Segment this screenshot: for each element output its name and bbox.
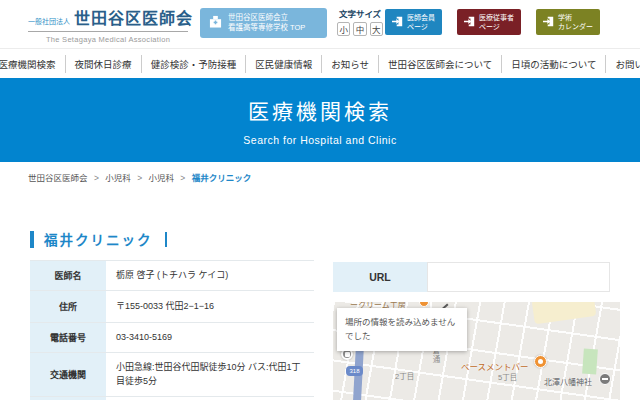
org-type-label: 一般社団法人 <box>28 16 70 26</box>
table-row: 医師名 栃原 啓子 (トチハラ ケイコ) <box>30 261 314 291</box>
breadcrumb-current: 福井クリニック <box>192 173 252 183</box>
page: 一般社団法人 世田谷区医師会 The Setagaya Medical Asso… <box>0 0 640 400</box>
address-label: 住所 <box>30 291 106 322</box>
table-row: 電話番号 03-3410-5169 <box>30 323 314 353</box>
breadcrumb-subcategory[interactable]: 小児科 <box>148 173 174 183</box>
breadcrumb-category[interactable]: 小児科 <box>105 173 131 183</box>
page-title: 医療機関検索 <box>0 95 640 125</box>
font-size-medium-button[interactable]: 中 <box>353 22 366 36</box>
map-area-yellow <box>532 302 597 324</box>
breadcrumb-separator: > <box>94 173 99 183</box>
worker-button-line1: 医療従事者 <box>479 14 514 21</box>
shrine-poi-icon[interactable] <box>599 373 611 385</box>
hero-banner: 医療機関検索 Search for Hospital and Clinic <box>0 78 640 162</box>
calendar-button-line2: カレンダー <box>558 23 593 30</box>
nav-item-citizen-health[interactable]: 区民健康情報 <box>245 55 321 73</box>
nav-item-night-holiday[interactable]: 夜間休日診療 <box>65 55 141 73</box>
table-row: 住所 〒155-0033 代田2−1−16 <box>30 291 314 323</box>
access-label: 交通機関 <box>30 353 106 396</box>
page-subtitle: Search for Hospital and Clinic <box>0 134 640 146</box>
login-door-icon <box>392 13 403 31</box>
map-park-green <box>582 349 598 375</box>
breadcrumb-separator: > <box>180 173 185 183</box>
medical-worker-page-button[interactable]: 医療従事者 ページ <box>457 9 521 35</box>
address-value: 〒155-0033 代田2−1−16 <box>106 291 314 322</box>
route-number-shield: 318 <box>346 366 363 376</box>
quick-links: 医師会員 ページ 医療従事者 ページ 学術 カレンダー <box>385 9 600 35</box>
nav-item-checkup[interactable]: 健診検診・予防接種 <box>141 55 246 73</box>
school-button-line1: 世田谷区医師会立 <box>228 13 288 22</box>
clinic-name: 福井クリニック <box>44 229 153 249</box>
map-poi-basement-bar-label: ベースメントバー <box>461 360 529 372</box>
bar-poi-icon[interactable] <box>534 355 547 368</box>
map-error-popup: 場所の情報を読み込めませんでした <box>337 308 467 351</box>
heading-accent-bar <box>30 231 34 248</box>
login-door-icon <box>543 13 554 31</box>
org-name-english: The Setagaya Medical Association <box>28 32 188 44</box>
breadcrumb: 世田谷区医師会 > 小児科 > 小児科 > 福井クリニック <box>28 171 251 183</box>
table-row: 交通機関 小田急線:世田谷代田駅徒歩10分 バス:代田1丁目徒歩5分 <box>30 353 314 397</box>
site-header: 一般社団法人 世田谷区医師会 The Setagaya Medical Asso… <box>0 0 640 48</box>
location-map[interactable]: ークリーム工房 318 鎌倉通り 2丁目 5丁目 ベースメントバー 北澤八幡神社… <box>333 302 620 400</box>
font-size-small-button[interactable]: 小 <box>337 22 350 36</box>
clinic-heading: 福井クリニック <box>30 229 167 249</box>
member-button-line2: ページ <box>407 23 428 30</box>
hospital-building-icon <box>209 14 222 32</box>
doctor-name-value: 栃原 啓子 (トチハラ ケイコ) <box>106 261 314 290</box>
school-button-line2: 看護高等専修学校 TOP <box>228 23 305 32</box>
nav-item-news[interactable]: お知らせ <box>321 55 378 73</box>
nav-item-activities[interactable]: 日頃の活動について <box>501 55 605 73</box>
member-button-line1: 医師会員 <box>407 14 435 21</box>
url-value <box>427 262 610 292</box>
font-size-label: 文字サイズ <box>337 7 383 19</box>
font-size-control: 文字サイズ 小 中 大 <box>337 7 383 36</box>
clinic-details-table: 医師名 栃原 啓子 (トチハラ ケイコ) 住所 〒155-0033 代田2−1−… <box>30 260 314 400</box>
calendar-button-line1: 学術 <box>558 14 572 21</box>
font-size-large-button[interactable]: 大 <box>370 22 383 36</box>
map-district-2-label: 2丁目 <box>395 370 414 381</box>
doctor-name-label: 医師名 <box>30 261 106 290</box>
nursing-school-button[interactable]: 世田谷区医師会立 看護高等専修学校 TOP <box>200 8 327 38</box>
login-door-icon <box>464 13 475 31</box>
breadcrumb-separator: > <box>137 173 142 183</box>
url-label: URL <box>333 262 427 292</box>
access-value: 小田急線:世田谷代田駅徒歩10分 バス:代田1丁目徒歩5分 <box>106 353 314 396</box>
nav-item-about[interactable]: 世田谷区医師会について <box>378 55 501 73</box>
url-row: URL <box>333 262 610 292</box>
org-name: 世田谷区医師会 <box>74 5 193 29</box>
member-page-button[interactable]: 医師会員 ページ <box>385 9 442 35</box>
breadcrumb-home[interactable]: 世田谷区医師会 <box>28 173 88 183</box>
nav-item-contact[interactable]: お問い合わせ <box>605 55 640 73</box>
academic-calendar-button[interactable]: 学術 カレンダー <box>536 9 600 35</box>
phone-label: 電話番号 <box>30 323 106 352</box>
restaurant-poi-icon[interactable] <box>419 302 429 307</box>
nav-item-search[interactable]: 医療機関検索 <box>0 55 65 73</box>
map-poi-shrine-label: 北澤八幡神社 <box>544 376 592 387</box>
worker-button-line2: ページ <box>479 23 500 30</box>
site-logo[interactable]: 一般社団法人 世田谷区医師会 The Setagaya Medical Asso… <box>28 5 188 44</box>
heading-caret <box>165 232 167 247</box>
phone-value: 03-3410-5169 <box>106 323 314 352</box>
map-district-5-label: 5丁目 <box>498 371 517 382</box>
main-nav: 医療機関検索 夜間休日診療 健診検診・予防接種 区民健康情報 お知らせ 世田谷区… <box>0 48 640 78</box>
